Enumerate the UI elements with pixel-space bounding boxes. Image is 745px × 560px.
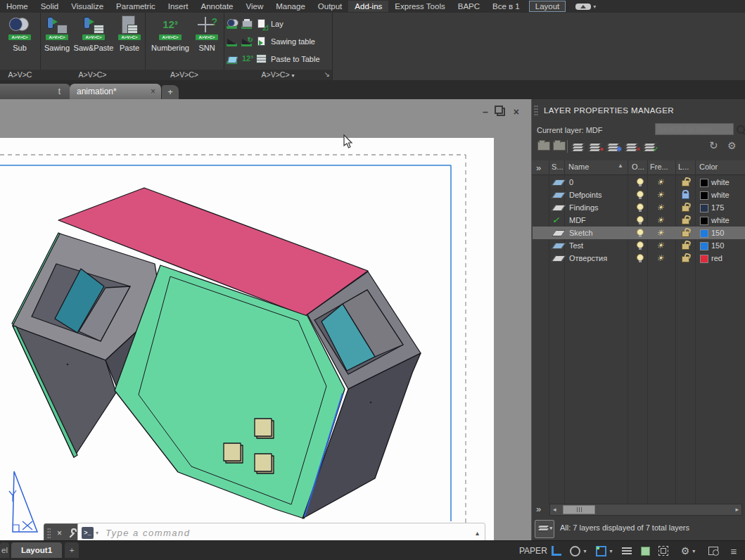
- layout1-tab[interactable]: Layout1: [11, 542, 62, 558]
- layer-on-icon[interactable]: [637, 203, 644, 210]
- new-layout-tab-button[interactable]: +: [65, 542, 79, 558]
- file-tab-partial[interactable]: t: [0, 84, 70, 99]
- close-command-icon[interactable]: ×: [57, 528, 62, 538]
- layer-freeze-icon[interactable]: ☀: [656, 177, 664, 187]
- table-row-layer-mdf[interactable]: ✓ MDF ☀ white: [533, 214, 745, 227]
- tab-manage[interactable]: Manage: [269, 1, 312, 12]
- layer-unlocked-icon[interactable]: [682, 256, 689, 262]
- collapse-filters-button[interactable]: »: [536, 163, 541, 173]
- close-button[interactable]: ×: [514, 106, 519, 117]
- layer-color-swatch[interactable]: [700, 217, 708, 225]
- delete-layer-button[interactable]: ×: [626, 142, 639, 151]
- tab-parametric[interactable]: Parametric: [110, 1, 162, 12]
- command-expand-icon[interactable]: ▴: [476, 529, 479, 537]
- command-dropdown-icon[interactable]: ▾: [96, 530, 98, 536]
- wrench-icon[interactable]: [68, 528, 78, 538]
- tab-annotate[interactable]: Annotate: [194, 1, 239, 12]
- layer-on-icon[interactable]: [637, 229, 644, 236]
- command-input[interactable]: >_ ▾ Type a command ▴: [77, 523, 485, 542]
- minimize-button[interactable]: –: [483, 106, 488, 117]
- sawing-table-button[interactable]: ↻ Sawing table: [227, 34, 315, 49]
- ribbon-minimize-dropdown-icon[interactable]: ▾: [593, 4, 596, 10]
- lineweight-button[interactable]: [618, 544, 635, 558]
- snn-button[interactable]: ? A>V>C> SNN: [193, 15, 221, 52]
- panel-footer-dropdown[interactable]: A>V>C> ▾ ↘: [224, 70, 332, 80]
- tab-insert[interactable]: Insert: [162, 1, 195, 12]
- table-row-layer-otverstiya[interactable]: Отверстия ☀ red: [533, 252, 745, 265]
- new-layer-vp-frozen-button[interactable]: ●: [590, 142, 603, 151]
- layer-list-mode-button[interactable]: ▾: [535, 520, 554, 538]
- layer-freeze-icon[interactable]: ☀: [656, 241, 664, 250]
- table-row-layer-test[interactable]: Test ☀ 150: [533, 239, 745, 252]
- tab-visualize[interactable]: Visualize: [65, 1, 110, 12]
- tab-vse-v-1[interactable]: Все в 1: [486, 1, 526, 12]
- search-icon[interactable]: [737, 125, 745, 134]
- saw-and-paste-button[interactable]: A>V>C> Saw&Paste: [71, 15, 116, 52]
- layer-on-icon[interactable]: [637, 216, 644, 223]
- layer-search-input[interactable]: [655, 123, 734, 135]
- panel-footer[interactable]: A>V>C: [0, 70, 40, 80]
- new-property-filter-button[interactable]: [537, 141, 550, 151]
- tab-add-ins[interactable]: Add-ins: [348, 1, 388, 12]
- layer-color-swatch[interactable]: [700, 179, 708, 187]
- table-row-layer-defpoints[interactable]: Defpoints ☀ white: [533, 189, 745, 201]
- layer-on-icon[interactable]: [637, 241, 644, 248]
- paste-to-table-button[interactable]: 12³ Paste to Table: [227, 52, 320, 66]
- refresh-icon[interactable]: ↻: [709, 139, 718, 152]
- customization-gear-button[interactable]: ⚙▾: [676, 544, 700, 558]
- layer-freeze-icon[interactable]: ☀: [656, 190, 664, 200]
- panel-footer[interactable]: A>V>C>: [40, 70, 145, 80]
- ribbon-minimize-icon[interactable]: [575, 4, 591, 10]
- lay-button[interactable]: ◿ Lay: [227, 17, 284, 31]
- new-layer-button[interactable]: [573, 142, 586, 151]
- tab-express-tools[interactable]: Express Tools: [388, 1, 451, 12]
- layer-on-icon[interactable]: [637, 254, 644, 261]
- scrollbar-thumb[interactable]: [563, 505, 595, 514]
- paste-button[interactable]: A>V>C> Paste: [115, 15, 144, 52]
- table-row-layer-findings[interactable]: Findings ☀ 175: [533, 201, 745, 214]
- quick-properties-button[interactable]: [638, 544, 652, 558]
- panel-footer[interactable]: A>V>C>: [145, 70, 224, 80]
- new-group-filter-button[interactable]: [553, 141, 566, 151]
- layer-unlocked-icon[interactable]: [682, 180, 689, 186]
- drag-grip-icon[interactable]: [47, 528, 51, 538]
- layer-color-swatch[interactable]: [700, 229, 708, 238]
- tab-home[interactable]: Home: [0, 1, 34, 12]
- freeze-layer-button[interactable]: ✱: [608, 142, 621, 151]
- set-current-button[interactable]: ✓: [644, 142, 658, 151]
- layer-locked-icon[interactable]: [682, 193, 689, 199]
- new-drawing-tab-button[interactable]: +: [162, 85, 179, 99]
- drawing-area[interactable]: – × × >_ ▾ Type a command ▴: [0, 99, 531, 540]
- scroll-left-icon[interactable]: ◂: [553, 506, 556, 513]
- layer-freeze-icon[interactable]: ☀: [656, 253, 664, 263]
- dialog-launcher-icon[interactable]: ↘: [324, 69, 330, 79]
- sort-asc-icon[interactable]: ▲: [618, 163, 623, 169]
- horizontal-scrollbar[interactable]: ◂ ▸: [549, 504, 742, 516]
- object-snap-button[interactable]: ▾: [593, 544, 616, 558]
- numbering-button[interactable]: 12³ A>V>C> Numbering: [148, 15, 193, 52]
- restore-button[interactable]: [497, 108, 505, 116]
- table-row-layer-0[interactable]: 0 ☀ white: [533, 176, 745, 189]
- tab-solid[interactable]: Solid: [34, 1, 65, 12]
- layer-color-swatch[interactable]: [700, 204, 708, 212]
- tab-bapc[interactable]: BAPC: [452, 1, 486, 12]
- layer-unlocked-icon[interactable]: [682, 231, 689, 237]
- ortho-mode-button[interactable]: [549, 544, 563, 558]
- selection-cycling-button[interactable]: [655, 544, 672, 558]
- isodraft-button[interactable]: ▾: [566, 544, 590, 558]
- layer-freeze-icon[interactable]: ☀: [656, 228, 664, 238]
- expand-filters-button[interactable]: »: [536, 504, 541, 514]
- workspace-switching-button[interactable]: [704, 544, 722, 558]
- layer-color-swatch[interactable]: [700, 242, 708, 250]
- paper-space-toggle[interactable]: PAPER: [519, 546, 547, 556]
- layer-on-icon[interactable]: [637, 178, 644, 185]
- layer-freeze-icon[interactable]: ☀: [656, 203, 664, 212]
- scroll-right-icon[interactable]: ▸: [735, 506, 739, 513]
- layer-unlocked-icon[interactable]: [682, 218, 689, 224]
- model-tab-partial[interactable]: el: [0, 542, 9, 558]
- panel-grip-icon[interactable]: [534, 105, 538, 116]
- layer-color-swatch[interactable]: [700, 191, 708, 200]
- layer-on-icon[interactable]: [637, 191, 644, 198]
- tab-close-icon[interactable]: ×: [151, 84, 155, 99]
- table-row-layer-sketch-selected[interactable]: Sketch ☀ 150: [533, 227, 745, 239]
